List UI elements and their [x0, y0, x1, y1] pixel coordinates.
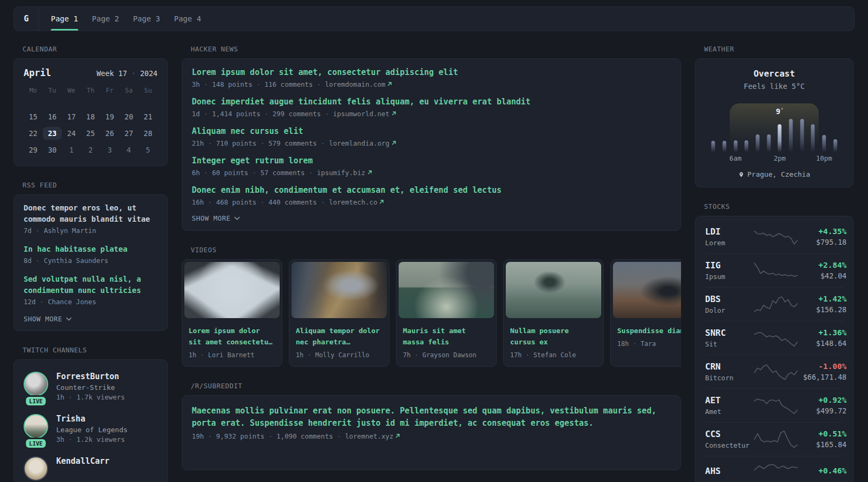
external-link-icon: [367, 170, 372, 175]
calendar-day: 26: [100, 125, 119, 141]
stock-row[interactable]: SNRC Sit +1.36% $148.64: [705, 321, 843, 355]
stocks-section-title: STOCKS: [704, 202, 854, 210]
stock-row[interactable]: LDI Lorem +4.35% $795.18: [705, 220, 843, 253]
hackernews-item-title[interactable]: Lorem ipsum dolor sit amet, consectetur …: [192, 67, 671, 78]
stock-change-percent: +1.36%: [797, 328, 847, 337]
weekday-label: Th: [81, 87, 100, 100]
calendar-day: 16: [43, 108, 62, 125]
hackernews-item-meta: 3h · 148 points · 116 comments · loremdo…: [192, 80, 671, 88]
middle-column: HACKER NEWS Lorem ipsum dolor sit amet, …: [182, 45, 681, 482]
hour-bar: [734, 140, 737, 152]
stock-ticker: LDI: [705, 227, 754, 237]
page-tab[interactable]: Page 2: [85, 7, 126, 31]
source-domain-link[interactable]: ipsumworld.net: [333, 110, 389, 118]
video-card[interactable]: Aliquam tempor dolor nec pharetra… 1h · …: [289, 259, 390, 367]
twitch-channel-row[interactable]: KendallCarr ·: [24, 451, 158, 482]
calendar-day: 3: [100, 141, 119, 158]
source-domain-link[interactable]: ipsumify.biz: [317, 169, 365, 177]
stock-company-name: Sit: [705, 340, 754, 348]
live-badge: LIVE: [26, 397, 46, 405]
stock-row[interactable]: AET Amet +0.92% $499.72: [705, 388, 843, 422]
stock-sparkline: [754, 261, 797, 280]
video-info: Nullam posuere cursus ex 17h · Stefan Co…: [504, 320, 603, 366]
rss-list: Donec tempor eros leo, ut commodo mauris…: [24, 202, 158, 306]
source-domain-link[interactable]: loremdomain.com: [325, 80, 385, 88]
video-meta: 18h · Tara: [617, 340, 681, 348]
hackernews-item: Donec imperdiet augue tincidunt felis al…: [192, 96, 671, 118]
twitch-channel-info: ForrestBurton Counter-Strike 1h · 1.7k v…: [56, 372, 125, 401]
stock-ticker: CRN: [705, 362, 754, 372]
stock-quote: +1.36% $148.64: [797, 328, 847, 348]
twitch-game: Counter-Strike: [56, 383, 125, 391]
hackernews-item-title[interactable]: Donec imperdiet augue tincidunt felis al…: [192, 96, 671, 108]
calendar-weekday-row: MoTuWeThFrSaSu: [24, 87, 158, 100]
calendar-day: 5: [138, 141, 158, 158]
video-card[interactable]: Mauris sit amet massa felis 7h · Grayson…: [396, 259, 497, 367]
calendar-day: 24: [62, 125, 81, 141]
weather-card: Overcast Feels like 5°C 9° 6am2pm10pm Pr…: [695, 58, 854, 187]
calendar-week: Week 17: [96, 69, 127, 78]
source-domain-link[interactable]: loremlandia.org: [329, 139, 390, 147]
twitch-meta: 3h · 1.2k viewers: [56, 435, 128, 443]
stock-change-percent: +2.84%: [797, 261, 847, 269]
twitch-channel-row[interactable]: LIVE ForrestBurton Counter-Strike 1h · 1…: [24, 366, 158, 409]
twitch-channel-info: Trisha League of Legends 3h · 1.2k viewe…: [56, 414, 128, 443]
stock-sparkline: [754, 396, 797, 415]
weekday-label: Fr: [100, 87, 119, 100]
rss-item-title[interactable]: Sed volutpat nulla nisl, a condimentum n…: [24, 274, 158, 296]
stock-row[interactable]: CCS Consectetur +0.51% $165.84: [705, 422, 843, 456]
hackernews-item: Integer eget rutrum lorem 6h · 60 points…: [192, 155, 671, 177]
avatar-image: [24, 414, 48, 439]
dashboard-grid: CALENDAR April Week 17 · 2024 MoTuWeThFr…: [13, 45, 855, 482]
calendar-year: 2024: [140, 69, 158, 78]
stock-price: $42.04: [797, 272, 847, 280]
source-domain-link[interactable]: loremtech.co: [329, 198, 377, 206]
stock-row[interactable]: DBS Dolor +1.42% $156.28: [705, 287, 843, 321]
stock-row[interactable]: IIG Ipsum +2.84% $42.04: [705, 253, 843, 287]
video-thumbnail: [291, 262, 387, 318]
app-logo[interactable]: G: [14, 7, 39, 31]
stocks-card: LDI Lorem +4.35% $795.18: [695, 216, 854, 482]
twitch-section-title: TWITCH CHANNELS: [23, 346, 168, 354]
source-domain-link[interactable]: loremnet.xyz: [345, 432, 393, 440]
stock-identity: CRN Bitcorn: [705, 362, 754, 382]
current-hour-bar: [778, 124, 782, 152]
page-tab[interactable]: Page 1: [44, 7, 85, 31]
calendar-day: 1: [62, 141, 81, 158]
stock-company-name: Amet: [705, 408, 754, 416]
twitch-channel-row[interactable]: LIVE Trisha League of Legends 3h · 1.2k …: [24, 409, 158, 451]
stock-price: $66,171.48: [797, 373, 847, 381]
hourly-chart-time-labels: 6am2pm10pm: [708, 154, 841, 163]
rss-item-title[interactable]: Donec tempor eros leo, ut commodo mauris…: [24, 202, 158, 225]
current-temperature-label: 9°: [776, 107, 783, 116]
time-axis-label: 6am: [729, 154, 742, 162]
calendar-week-year: Week 17 · 2024: [96, 69, 158, 78]
hour-bar: [822, 135, 826, 152]
rss-show-more-button[interactable]: SHOW MORE: [24, 315, 158, 323]
subreddit-post-title[interactable]: Maecenas mollis pulvinar erat non posuer…: [192, 405, 663, 430]
hackernews-item-title[interactable]: Integer eget rutrum lorem: [192, 155, 671, 167]
weather-location[interactable]: Prague, Czechia: [705, 170, 843, 178]
stock-quote: +0.92% $499.72: [797, 396, 847, 415]
video-info: Mauris sit amet massa felis 7h · Grayson…: [396, 320, 496, 366]
hackernews-item-title[interactable]: Donec enim nibh, condimentum et accumsan…: [192, 185, 671, 196]
external-link-icon: [379, 199, 384, 205]
page-tab[interactable]: Page 3: [126, 7, 167, 31]
hackernews-item: Aliquam nec cursus elit 21h · 710 points…: [192, 126, 671, 147]
hackernews-item-title[interactable]: Aliquam nec cursus elit: [192, 126, 671, 137]
video-card[interactable]: Nullam posuere cursus ex 17h · Stefan Co…: [503, 259, 604, 367]
page-tab[interactable]: Page 4: [167, 7, 208, 31]
video-card[interactable]: Lorem ipsum dolor sit amet consectetu… 1…: [182, 259, 282, 367]
calendar-day: 29: [24, 141, 43, 158]
video-meta: 1h · Lori Barnett: [189, 351, 275, 359]
stock-row[interactable]: CRN Bitcorn -1.00% $66,171.48: [705, 355, 843, 388]
videos-section-title: VIDEOS: [191, 246, 681, 254]
stock-price: $499.72: [797, 406, 847, 415]
video-card[interactable]: Suspendisse diam 18h · Tara: [610, 259, 681, 367]
stock-sparkline: [754, 363, 797, 381]
hackernews-show-more-button[interactable]: SHOW MORE: [192, 214, 671, 222]
rss-item-title[interactable]: In hac habitasse platea: [24, 244, 158, 255]
video-thumbnail: [399, 262, 494, 318]
stock-row[interactable]: AHS +0.46%: [705, 456, 843, 482]
avatar-image: [24, 372, 48, 396]
